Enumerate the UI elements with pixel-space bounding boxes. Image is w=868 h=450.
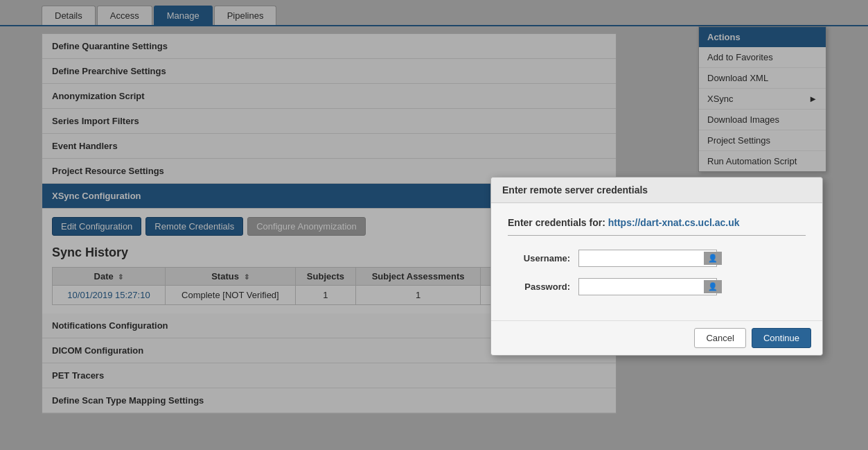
password-icon-button[interactable]: 👤	[704, 280, 722, 293]
username-label: Username:	[508, 253, 570, 263]
password-input[interactable]	[579, 279, 704, 295]
modal-body: Enter credentials for: https://dart-xnat…	[491, 203, 822, 320]
password-field-row: Password: 👤	[508, 278, 806, 295]
modal-credentials-title: Enter credentials for: https://dart-xnat…	[508, 217, 806, 228]
username-input[interactable]	[579, 250, 704, 266]
modal-header: Enter remote server credentials	[491, 178, 822, 203]
modal-divider	[508, 235, 806, 236]
credentials-modal: Enter remote server credentials Enter cr…	[490, 177, 823, 356]
password-label: Password:	[508, 282, 570, 292]
username-icon-button[interactable]: 👤	[704, 252, 722, 265]
username-field-row: Username: 👤	[508, 250, 806, 267]
password-input-wrapper: 👤	[578, 278, 717, 295]
cancel-button[interactable]: Cancel	[694, 328, 745, 348]
continue-button[interactable]: Continue	[752, 328, 811, 348]
modal-footer: Cancel Continue	[491, 320, 822, 355]
modal-overlay: Enter remote server credentials Enter cr…	[0, 0, 868, 450]
username-input-wrapper: 👤	[578, 250, 717, 267]
credentials-url: https://dart-xnat.cs.ucl.ac.uk	[608, 217, 740, 228]
